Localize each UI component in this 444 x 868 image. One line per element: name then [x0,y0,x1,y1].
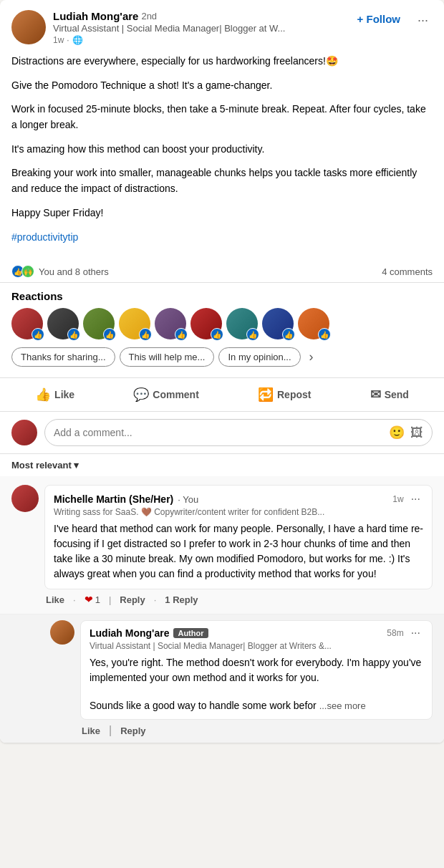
reaction-badge-2: 👍 [67,328,80,341]
comment-you-label: · You [178,494,198,505]
post-line-2: Give the Pomodoro Technique a shot! It's… [11,78,433,94]
reaction-avatar-5: 👍 [155,308,186,339]
reply-reply-button[interactable]: Reply [120,724,145,737]
send-button[interactable]: ✉ Send [363,381,416,408]
post-header: Ludiah Mong'are 2nd Virtual Assistant | … [0,0,444,51]
reply-text-2-content: Sounds like a good way to handle some wo… [90,700,317,711]
post-text: Distractions are everywhere, especially … [11,54,433,245]
reaction-badge-1: 👍 [32,328,44,341]
send-label: Send [385,389,409,400]
reaction-avatar-2: 👍 [47,308,79,339]
reaction-avatar-9: 👍 [298,308,329,339]
reaction-avatar-8: 👍 [262,308,294,339]
comment-like-button[interactable]: Like [46,594,64,605]
commenter-name: Michelle Martin (She/Her) [54,493,173,505]
reaction-pill-1[interactable]: Thanks for sharing... [11,347,115,367]
reactions-summary: 👍 🙌 You and 8 others 4 comments [0,261,444,283]
comment-actions: Like · ❤ 1 | Reply · 1 Reply [44,594,433,605]
commenter-avatar [11,485,39,512]
send-icon: ✉ [370,387,381,402]
reaction-badge-4: 👍 [139,328,152,341]
comment-author-row: Michelle Martin (She/Her) · You 1w ··· [54,493,423,506]
chevron-right-icon[interactable]: › [305,347,318,367]
reactions-section: Reactions 👍 👍 👍 👍 👍 [0,283,444,377]
reaction-avatar-6: 👍 [190,308,222,339]
post-line-1: Distractions are everywhere, especially … [11,54,433,69]
action-bar: 👍 Like 💬 Comment 🔁 Repost ✉ Send [0,377,444,412]
celebrate-reaction-icon: 🙌 [21,265,34,278]
comment-input[interactable] [54,427,383,438]
comment-icon: 💬 [133,387,149,402]
view-replies-button[interactable]: 1 Reply [165,594,198,605]
reaction-badge-7: 👍 [246,328,259,341]
reply-bubble: Ludiah Mong'are Author 58m ··· Virtual A… [80,620,433,720]
reaction-avatar-1: 👍 [11,308,43,339]
sort-label: Most relevant ▾ [11,460,79,471]
comment-time: 1w [392,494,403,504]
reply-author-row: Ludiah Mong'are Author 58m ··· [90,627,423,640]
comments-section: Michelle Martin (She/Her) · You 1w ··· W… [0,476,444,743]
post-line-4: It's amazing how this method can boost y… [11,142,433,158]
repost-button[interactable]: 🔁 Repost [251,381,318,408]
post-content: Distractions are everywhere, especially … [0,51,444,261]
post-line-5: Breaking your work into smaller, managea… [11,165,433,196]
current-user-avatar [11,420,37,445]
heart-count: 1 [95,594,100,605]
commenter-title: Writing sass for SaaS. 🤎 Copywriter/cont… [54,507,423,517]
reply-author-avatar [50,620,74,645]
see-more-link[interactable]: ...see more [319,700,366,711]
reaction-pill-2[interactable]: This will help me... [120,347,215,367]
reaction-avatar-3: 👍 [83,308,115,339]
sort-row: Most relevant ▾ [0,454,444,476]
like-button[interactable]: 👍 Like [28,381,82,408]
reply-author-name: Ludiah Mong'are [90,627,169,639]
author-name: Ludiah Mong'are [53,10,138,22]
reaction-badge-9: 👍 [318,328,331,341]
reaction-avatar-7: 👍 [226,308,258,339]
author-title: Virtual Assistant | Social Media Manager… [53,23,344,34]
post-meta: 1w · 🌐 [53,35,344,45]
reaction-badge-6: 👍 [211,328,223,341]
comment-more-button[interactable]: ··· [408,493,423,506]
reply-actions: Like | Reply [80,724,433,737]
visibility-icon: 🌐 [72,35,83,45]
author-avatar [11,10,46,44]
emoji-icon[interactable]: 🙂 [389,425,405,440]
comment-input-icons: 🙂 🖼 [389,425,423,440]
reply-text-1: Yes, you're right. The method doesn't wo… [90,655,423,685]
reaction-badge-5: 👍 [175,328,188,341]
separator: | [109,594,111,605]
follow-button[interactable]: + Follow [352,10,406,28]
comment-input-wrap[interactable]: 🙂 🖼 [44,419,433,446]
post-line-6: Happy Super Friday! [11,206,433,221]
reply-item: Ludiah Mong'are Author 58m ··· Virtual A… [0,614,444,743]
image-icon[interactable]: 🖼 [410,425,423,440]
separator: | [109,724,112,737]
reactions-avatars: 👍 👍 👍 👍 👍 👍 [11,308,433,339]
repost-label: Repost [277,389,311,400]
reply-more-button[interactable]: ··· [408,627,423,640]
author-info: Ludiah Mong'are 2nd Virtual Assistant | … [53,10,344,45]
reaction-pill-3[interactable]: In my opinion... [218,347,300,367]
reaction-badge-8: 👍 [282,328,295,341]
separator: · [67,35,69,45]
repost-icon: 🔁 [258,387,274,402]
reply-text-2: Sounds like a good way to handle some wo… [90,698,423,713]
reactions-text[interactable]: You and 8 others [39,266,109,277]
comment-body: Michelle Martin (She/Her) · You 1w ··· W… [44,485,433,605]
reply-like-button[interactable]: Like [82,724,100,737]
reply-body: Ludiah Mong'are Author 58m ··· Virtual A… [80,620,433,737]
reply-time: 58m [387,628,403,638]
comments-count[interactable]: 4 comments [382,266,433,277]
comment-label: Comment [153,389,199,400]
sort-button[interactable]: Most relevant ▾ [11,460,79,471]
hashtag[interactable]: #productivitytip [11,231,78,243]
post-line-3: Work in focused 25-minute blocks, then t… [11,102,433,132]
reaction-avatar-4: 👍 [119,308,150,339]
comment-input-row: 🙂 🖼 [0,412,444,454]
more-options-button[interactable]: ··· [413,10,433,31]
comment-button[interactable]: 💬 Comment [126,381,206,408]
reaction-pills: Thanks for sharing... This will help me.… [11,347,433,367]
comment-reply-button[interactable]: Reply [120,594,145,605]
reaction-icons: 👍 🙌 [11,265,34,278]
